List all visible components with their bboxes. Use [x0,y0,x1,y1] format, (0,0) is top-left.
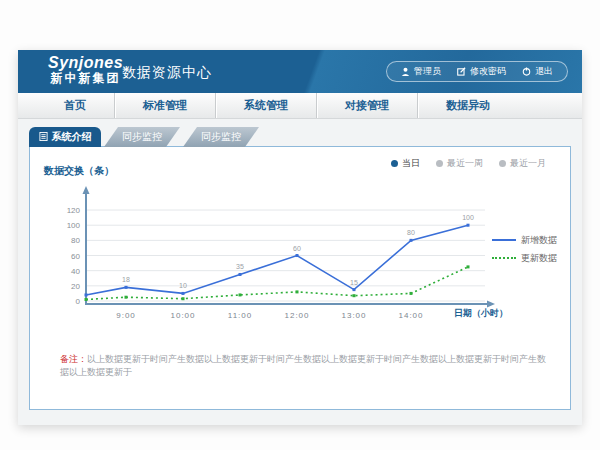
svg-text:40: 40 [71,267,80,276]
svg-text:12:00: 12:00 [284,311,309,320]
y-axis-title: 数据交换（条） [44,164,114,178]
svg-text:20: 20 [71,282,80,291]
svg-text:13:00: 13:00 [341,311,366,320]
nav-item-data-changes[interactable]: 数据异动 [418,93,518,118]
app-window: Synjones 新中新集团 数据资源中心 管理员 修改密码 退出 [18,50,582,425]
tab-system-intro[interactable]: 系统介绍 [29,127,101,147]
legend-item-updated-data: 更新数据 [492,249,557,267]
radio-dot-icon [391,160,398,167]
svg-text:120: 120 [67,206,81,215]
nav-item-home[interactable]: 首页 [36,93,115,118]
svg-text:35: 35 [236,263,244,270]
user-button[interactable]: 管理员 [401,65,441,78]
svg-text:9:00: 9:00 [116,311,136,320]
green-dotted-line-icon [492,257,516,259]
blue-line-icon [492,239,516,241]
footer-note: 备注：以上数据更新于时间产生数据以上数据更新于时间产生数据以上数据更新于时间产生… [60,353,552,378]
main-nav: 首页 标准管理 系统管理 对接管理 数据异动 [18,93,582,119]
range-option-last-month[interactable]: 最近一月 [499,157,546,170]
chart-panel: 当日 最近一周 最近一月 数据交换（条） 0204060801001209:00… [29,146,571,410]
document-icon [39,132,48,143]
logout-button[interactable]: 退出 [522,65,553,78]
user-menu: 管理员 修改密码 退出 [386,61,568,82]
legend-label: 更新数据 [521,252,557,265]
legend-label: 新增数据 [521,234,557,247]
legend-item-new-data: 新增数据 [492,231,557,249]
series-legend: 新增数据 更新数据 [492,231,557,267]
svg-text:0: 0 [76,297,81,306]
edit-icon [457,67,466,76]
nav-item-standards[interactable]: 标准管理 [115,93,216,118]
logo-text-en: Synjones [48,54,123,72]
power-icon [522,67,531,76]
time-range-options: 当日 最近一周 最近一月 [391,157,546,170]
range-option-last-week[interactable]: 最近一周 [436,157,483,170]
svg-text:100: 100 [462,214,474,221]
change-password-label: 修改密码 [470,65,506,78]
app-header: Synjones 新中新集团 数据资源中心 管理员 修改密码 退出 [18,50,582,93]
svg-text:10: 10 [179,282,187,289]
nav-item-system[interactable]: 系统管理 [216,93,317,118]
radio-dot-icon [436,160,443,167]
tab-sync-monitor-1[interactable]: 同步监控 [104,127,180,147]
x-axis-title: 日期（小时） [454,307,508,320]
logo-text-cn: 新中新集团 [48,72,123,85]
svg-text:80: 80 [71,236,80,245]
page-title: 数据资源中心 [122,64,212,82]
svg-text:60: 60 [293,245,301,252]
note-text: 以上数据更新于时间产生数据以上数据更新于时间产生数据以上数据更新于时间产生数据以… [60,354,546,377]
change-password-button[interactable]: 修改密码 [457,65,506,78]
range-option-today[interactable]: 当日 [391,157,420,170]
svg-text:60: 60 [71,252,80,261]
tab-label: 系统介绍 [52,130,92,144]
logout-label: 退出 [535,65,553,78]
tab-bar: 系统介绍 同步监控 同步监控 [29,127,259,147]
tab-label: 同步监控 [122,130,162,144]
svg-text:100: 100 [67,221,81,230]
content-area: 系统介绍 同步监控 同步监控 当日 最近一周 [18,119,582,425]
svg-text:15: 15 [350,279,358,286]
company-logo[interactable]: Synjones 新中新集团 [48,54,123,85]
user-button-label: 管理员 [414,65,441,78]
tab-sync-monitor-2[interactable]: 同步监控 [183,127,259,147]
note-label: 备注： [60,354,87,364]
svg-text:10:00: 10:00 [170,311,195,320]
tab-label: 同步监控 [201,130,241,144]
user-icon [401,67,410,76]
svg-text:80: 80 [407,229,415,236]
svg-text:14:00: 14:00 [398,311,423,320]
radio-dot-icon [499,160,506,167]
nav-item-integration[interactable]: 对接管理 [317,93,418,118]
svg-text:18: 18 [122,276,130,283]
svg-text:11:00: 11:00 [228,311,252,320]
